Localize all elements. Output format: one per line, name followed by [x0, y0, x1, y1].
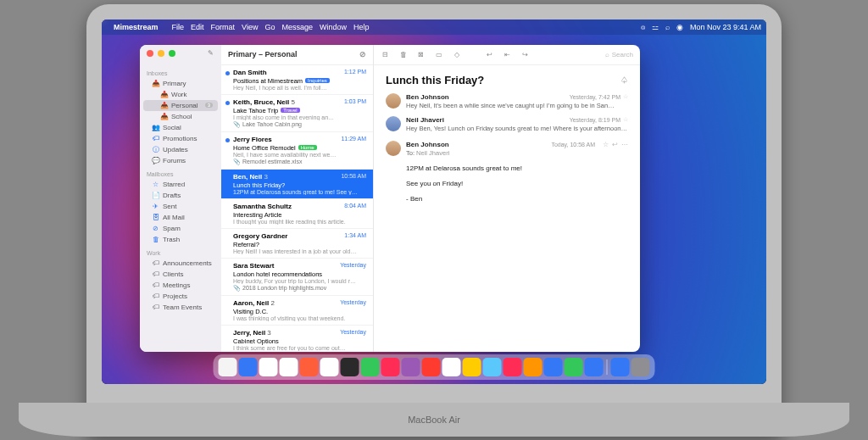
expanded-from: Ben Johnson	[406, 141, 449, 148]
compose-icon[interactable]: ✎	[208, 49, 214, 57]
mute-icon[interactable]: ♤	[620, 75, 628, 85]
sidebar-item-school[interactable]: 📥School	[140, 111, 221, 122]
message-item[interactable]: Dan Smith1:12 PMPositions at MimestreamI…	[221, 65, 373, 95]
dock-app[interactable]	[524, 358, 542, 376]
thread-message[interactable]: Neil JhaveriYesterday, 8:19 PM ☆Hey Ben,…	[386, 116, 628, 132]
spam-icon: ⊘	[152, 225, 159, 232]
search-icon[interactable]: ⌕	[665, 23, 670, 31]
label-icon[interactable]: ◇	[452, 50, 461, 59]
message-item[interactable]: Jerry Flores11:29 AMHome Office RemodelH…	[221, 132, 373, 170]
message-item[interactable]: Samantha Schultz8:04 AMInteresting Artic…	[221, 199, 373, 229]
dock-app[interactable]	[259, 358, 278, 376]
thread-message[interactable]: Ben JohnsonYesterday, 7:42 PM ☆Hey Neil,…	[386, 93, 628, 109]
forward-icon[interactable]: ↪	[520, 50, 530, 59]
message-item[interactable]: Jerry, Neil 3YesterdayCabinet OptionsI t…	[221, 326, 373, 352]
close-button[interactable]	[147, 50, 153, 57]
sidebar-item-personal[interactable]: 📥Personal3	[143, 100, 218, 111]
sidebar-item-all-mail[interactable]: 🗄All Mail	[140, 212, 221, 223]
menu-format[interactable]: Format	[211, 23, 236, 31]
dock-app[interactable]	[442, 358, 461, 376]
message-item[interactable]: Gregory Gardner1:34 AMReferral?Hey Neil!…	[221, 229, 373, 259]
menu-view[interactable]: View	[242, 23, 258, 31]
wifi-icon[interactable]: ⚍	[652, 23, 659, 31]
menu-edit[interactable]: Edit	[191, 23, 204, 31]
dock-app[interactable]	[402, 358, 420, 376]
sidebar-item-drafts[interactable]: 📄Drafts	[140, 190, 221, 201]
list-header: Primary – Personal ⊘	[221, 45, 373, 65]
dock-app[interactable]	[504, 358, 522, 376]
sidebar-item-forums[interactable]: 💬Forums	[140, 155, 221, 166]
tag-icon: 🏷	[152, 135, 159, 142]
dock-app[interactable]	[565, 358, 583, 376]
sidebar-item-trash[interactable]: 🗑Trash	[140, 234, 221, 245]
dock-app[interactable]	[361, 358, 380, 376]
app-name[interactable]: Mimestream	[114, 23, 159, 31]
menu-go[interactable]: Go	[264, 23, 275, 31]
dock-app[interactable]	[632, 358, 650, 376]
sidebar-item-starred[interactable]: ☆Starred	[140, 179, 221, 190]
sidebar-item-updates[interactable]: ⓘUpdates	[140, 144, 221, 155]
star-icon[interactable]: ☆	[603, 141, 609, 148]
message-item[interactable]: Ben, Neil 310:58 AMLunch this Friday?12P…	[221, 170, 373, 199]
menubar-datetime[interactable]: Mon Nov 23 9:41 AM	[690, 23, 761, 31]
maximize-button[interactable]	[169, 50, 175, 57]
control-center-icon[interactable]: ⌾	[641, 23, 645, 31]
attachment[interactable]: Lake Tahoe Cabin.png	[233, 121, 366, 128]
message-item[interactable]: Sara StewartYesterdayLondon hotel recomm…	[221, 259, 373, 296]
star-icon: ☆	[152, 181, 159, 188]
minimize-button[interactable]	[158, 50, 164, 57]
more-icon[interactable]: ⋯	[621, 141, 628, 148]
dock-app[interactable]	[463, 358, 481, 376]
sidebar-item-spam[interactable]: ⊘Spam	[140, 223, 221, 234]
sidebar-item-projects[interactable]: 🏷Projects	[140, 291, 221, 302]
spam-icon[interactable]: ⊠	[416, 50, 426, 59]
sidebar-item-sent[interactable]: ✈Sent	[140, 201, 221, 212]
menu-window[interactable]: Window	[320, 23, 347, 31]
sidebar-item-promotions[interactable]: 🏷Promotions	[140, 133, 221, 144]
dock-app[interactable]	[422, 358, 441, 376]
reply-all-icon[interactable]: ⇤	[503, 50, 512, 59]
chat-icon: 💬	[152, 157, 159, 164]
dock-app[interactable]	[239, 358, 258, 376]
sidebar-item-work[interactable]: 📥Work	[140, 89, 221, 100]
inbox-icon: 📥	[160, 91, 168, 98]
sidebar-item-social[interactable]: 👥Social	[140, 122, 221, 133]
search-field[interactable]: ⌕ Search	[605, 51, 633, 58]
sidebar-section: Mailboxes	[140, 170, 221, 179]
inbox-icon: 📥	[152, 80, 159, 87]
laptop-base: MacBook Air	[19, 403, 849, 437]
reply-inline-icon[interactable]: ↩	[612, 141, 618, 148]
dock-app[interactable]	[280, 358, 298, 376]
avatar	[386, 93, 401, 109]
filter-icon[interactable]: ⊘	[359, 50, 366, 58]
reply-icon[interactable]: ↩	[485, 50, 494, 59]
sidebar-item-team-events[interactable]: 🏷Team Events	[140, 302, 221, 313]
dock-app[interactable]	[611, 358, 630, 376]
attachment[interactable]: Remodel estimate.xlsx	[233, 159, 366, 165]
attachment[interactable]: 2018 London trip highlights.mov	[233, 285, 366, 292]
dock-app[interactable]	[219, 358, 237, 376]
siri-icon[interactable]: ◉	[676, 23, 683, 31]
message-item[interactable]: Keith, Bruce, Neil 51:03 PMLake Tahoe Tr…	[221, 95, 373, 132]
dock-app[interactable]	[381, 358, 400, 376]
dock-app[interactable]	[341, 358, 359, 376]
star-icon[interactable]: ☆	[623, 116, 628, 123]
dock-app[interactable]	[320, 358, 339, 376]
star-icon[interactable]: ☆	[623, 93, 628, 100]
dock-app[interactable]	[483, 358, 502, 376]
sidebar-item-meetings[interactable]: 🏷Meetings	[140, 280, 221, 291]
message-item[interactable]: Aaron, Neil 2YesterdayVisiting D.C.I was…	[221, 296, 373, 326]
dock-app[interactable]	[544, 358, 563, 376]
menu-file[interactable]: File	[172, 23, 185, 31]
sidebar-item-primary[interactable]: 📥Primary	[140, 78, 221, 89]
dock-app[interactable]	[585, 358, 604, 376]
folder-icon[interactable]: ▭	[434, 50, 443, 59]
dock-app[interactable]	[300, 358, 319, 376]
sidebar-item-announcements[interactable]: 🏷Announcements	[140, 258, 221, 269]
sidebar-item-clients[interactable]: 🏷Clients	[140, 269, 221, 280]
trash-icon[interactable]: 🗑	[398, 50, 408, 59]
archive-icon[interactable]: ⊟	[381, 50, 390, 59]
menu-help[interactable]: Help	[353, 23, 370, 31]
archive-icon: 🗄	[152, 214, 159, 221]
menu-message[interactable]: Message	[281, 23, 313, 31]
